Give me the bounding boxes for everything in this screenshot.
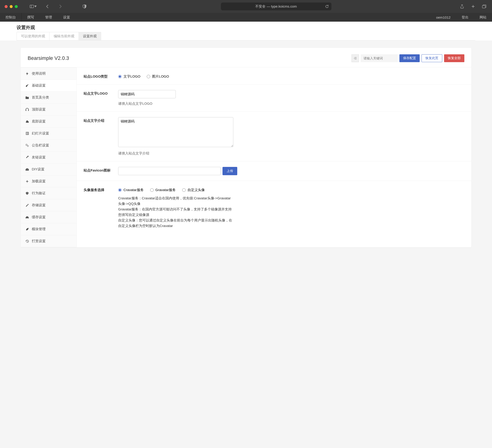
sidebar-item-modules[interactable]: 模块管理	[21, 223, 76, 235]
sidebar-item-links[interactable]: 友链设置	[21, 151, 76, 163]
svg-point-10	[26, 145, 27, 145]
rocket-icon	[25, 84, 29, 87]
wand-icon	[25, 204, 29, 207]
svg-rect-2	[482, 6, 485, 8]
sidebar-item-label: 使用说明	[32, 71, 46, 76]
nav-settings[interactable]: 设置	[58, 13, 76, 22]
sidebar-item-label: 行为验证	[32, 191, 46, 195]
radio-text-logo[interactable]: 文字LOGO	[118, 74, 140, 79]
favicon-label: 站点Favicon图标	[84, 167, 118, 173]
svg-rect-6	[26, 132, 29, 135]
maximize-window-button[interactable]	[15, 5, 18, 8]
card-header: Bearsimple V2.0.3 保存配置 恢复此页 恢复全部	[21, 48, 471, 68]
sidebar-item-storage[interactable]: 存储设置	[21, 199, 76, 211]
nav-website[interactable]: 网站	[474, 13, 492, 22]
sidebar-item-load[interactable]: 加载设置	[21, 175, 76, 187]
form-row-text-logo: 站点文字LOGO 请填入站点文字LOGO	[77, 84, 471, 112]
bolt-icon	[25, 72, 29, 75]
url-text: 不安全 — type.koicms.com	[255, 4, 297, 9]
sidebar-item-label: 底部设置	[32, 119, 46, 124]
sidebar-item-label: 缓存设置	[32, 215, 46, 219]
text-intro-textarea[interactable]	[118, 117, 233, 147]
sidebar-item-notice[interactable]: 公告栏设置	[21, 139, 76, 151]
search-input[interactable]	[361, 54, 398, 62]
sidebar-item-cache[interactable]: 缓存设置	[21, 211, 76, 223]
radio-custom-avatar-input[interactable]	[182, 188, 186, 192]
sidebar-item-label: 友链设置	[32, 155, 46, 159]
collapse-toggle-button[interactable]	[351, 54, 359, 62]
text-intro-hint: 请填入站点文字介绍	[118, 151, 464, 156]
leaf-icon	[25, 228, 29, 231]
sidebar-item-label: 公告栏设置	[32, 143, 49, 148]
tab-available-themes[interactable]: 可以使用的外观	[17, 32, 50, 40]
nav-logout[interactable]: 登出	[456, 13, 474, 22]
settings-sidebar: 使用说明 基础设置 首页及分类 顶部设置 底部设置	[21, 68, 77, 247]
sidebar-item-usage[interactable]: 使用说明	[21, 68, 76, 80]
refresh-icon[interactable]	[325, 5, 329, 8]
nav-console[interactable]: 控制台	[0, 13, 22, 22]
sidebar-item-footer[interactable]: 底部设置	[21, 116, 76, 128]
form-row-text-intro: 站点文字介绍 请填入站点文字介绍	[77, 112, 471, 161]
radio-image-logo-input[interactable]	[147, 75, 150, 78]
avatar-desc: Cravatar服务：Cravatar适合在国内使用，优先级:Cravatar头…	[118, 195, 233, 229]
avatar-label: 头像服务选择	[84, 187, 118, 192]
top-nav: 控制台 撰写 管理 设置 oem1012 登出 网站	[0, 13, 492, 22]
nav-write[interactable]: 撰写	[22, 13, 40, 22]
nav-user[interactable]: oem1012	[430, 13, 456, 22]
sidebar-item-diy[interactable]: DIY设置	[21, 163, 76, 175]
sidebar-item-header[interactable]: 顶部设置	[21, 104, 76, 116]
plus-icon	[25, 180, 29, 183]
form-row-favicon: 站点Favicon图标 上传	[77, 161, 471, 181]
slides-icon	[25, 132, 29, 135]
tab-theme-settings[interactable]: 设置外观	[79, 32, 101, 40]
minimize-window-button[interactable]	[10, 5, 13, 8]
radio-gravatar[interactable]: Gravatar服务	[150, 188, 176, 192]
nav-manage[interactable]: 管理	[40, 13, 58, 22]
tabs-overview-button[interactable]	[481, 3, 487, 10]
radio-gravatar-input[interactable]	[150, 188, 154, 192]
forward-button[interactable]	[57, 3, 64, 10]
headphones-icon	[25, 108, 29, 111]
close-window-button[interactable]	[5, 5, 8, 8]
sidebar-item-label: 加载设置	[32, 179, 46, 183]
sidebar-item-label: 首页及分类	[32, 95, 49, 100]
restore-page-button[interactable]: 恢复此页	[421, 54, 442, 62]
cloud-icon	[25, 120, 29, 123]
form-row-avatar: 头像服务选择 Cravatar服务 Gravatar服务	[77, 181, 471, 234]
radio-text-logo-input[interactable]	[118, 75, 122, 78]
radio-cravatar-input[interactable]	[118, 188, 122, 192]
sidebar-item-home[interactable]: 首页及分类	[21, 92, 76, 104]
sidebar-item-basic[interactable]: 基础设置	[21, 80, 76, 92]
sidebar-item-label: 存储设置	[32, 203, 46, 208]
favicon-input[interactable]	[118, 167, 221, 175]
radio-custom-avatar[interactable]: 自定义头像	[182, 188, 205, 192]
restore-all-button[interactable]: 恢复全部	[444, 54, 464, 62]
browser-chrome: 不安全 — type.koicms.com	[0, 0, 492, 13]
logo-type-label: 站点LOGO类型	[84, 73, 118, 79]
url-bar[interactable]: 不安全 — type.koicms.com	[221, 2, 331, 10]
settings-card: Bearsimple V2.0.3 保存配置 恢复此页 恢复全部 使用说明	[21, 48, 471, 247]
sidebar-item-slides[interactable]: 幻灯片设置	[21, 128, 76, 139]
privacy-shield-icon[interactable]	[83, 4, 86, 9]
sidebar-item-label: 幻灯片设置	[32, 131, 49, 136]
share-button[interactable]	[459, 3, 465, 10]
theme-name: Bearsimple V2.0.3	[28, 55, 69, 61]
car-icon	[25, 216, 29, 219]
sidebar-toggle[interactable]	[30, 5, 37, 8]
sidebar-item-verify[interactable]: 行为验证	[21, 187, 76, 199]
upload-button[interactable]: 上传	[223, 167, 237, 175]
radio-cravatar[interactable]: Cravatar服务	[118, 188, 144, 192]
new-tab-button[interactable]	[470, 3, 476, 10]
save-button[interactable]: 保存配置	[400, 54, 420, 62]
sidebar-item-label: 顶部设置	[32, 107, 46, 112]
tab-edit-theme[interactable]: 编辑当前外观	[49, 32, 79, 40]
sidebar-item-donate[interactable]: 打赏设置	[21, 235, 76, 247]
radio-image-logo[interactable]: 图片LOGO	[147, 74, 169, 79]
text-logo-hint: 请填入站点文字LOGO	[118, 101, 464, 106]
gears-icon	[25, 144, 29, 147]
text-logo-input[interactable]	[118, 90, 176, 98]
back-button[interactable]	[44, 3, 51, 10]
page-header: 设置外观 可以使用的外观 编辑当前外观 设置外观	[0, 22, 492, 40]
folder-icon	[25, 96, 29, 99]
history-icon	[25, 240, 29, 243]
